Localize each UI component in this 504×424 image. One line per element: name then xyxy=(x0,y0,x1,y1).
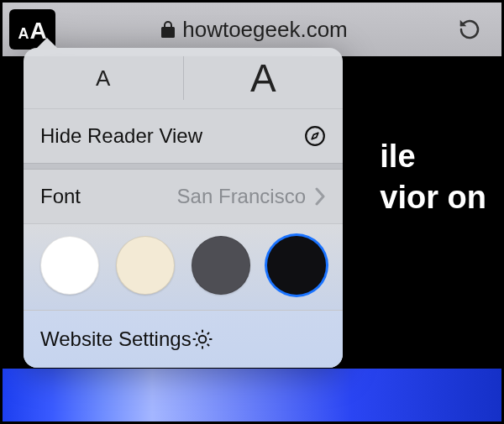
section-divider xyxy=(24,163,343,170)
svg-line-8 xyxy=(207,332,208,334)
aa-small-letter: A xyxy=(18,25,29,43)
article-title-frag1: ile xyxy=(380,136,486,177)
popover-arrow xyxy=(35,38,59,50)
article-title-frag2: vior on xyxy=(380,177,486,218)
gear-icon xyxy=(192,328,213,350)
theme-swatch-sepia[interactable] xyxy=(116,236,175,295)
font-value: San Francisco xyxy=(177,185,306,208)
decrease-text-button[interactable]: A xyxy=(24,48,183,108)
reload-button[interactable] xyxy=(453,13,486,46)
website-settings-label: Website Settings xyxy=(40,327,192,351)
larger-a-icon: A xyxy=(250,55,276,101)
theme-colors-row xyxy=(24,224,343,310)
page-hero-image xyxy=(3,369,501,424)
reader-popover: A A Hide Reader View Font San Francisco xyxy=(24,48,343,368)
chevron-right-icon xyxy=(314,187,326,206)
svg-line-7 xyxy=(207,344,208,346)
url-field[interactable]: howtoegeek.com xyxy=(64,17,444,43)
article-title: ile vior on xyxy=(380,136,486,219)
theme-swatch-gray[interactable] xyxy=(192,236,250,295)
hide-reader-row[interactable]: Hide Reader View xyxy=(24,109,343,163)
theme-swatch-white[interactable] xyxy=(40,236,99,295)
lock-icon xyxy=(160,20,176,39)
website-settings-row[interactable]: Website Settings xyxy=(24,311,343,368)
url-text: howtoegeek.com xyxy=(182,17,348,43)
increase-text-button[interactable]: A xyxy=(184,48,344,108)
reload-icon xyxy=(457,17,482,42)
font-label: Font xyxy=(40,185,81,208)
hide-reader-label: Hide Reader View xyxy=(40,124,202,148)
svg-line-6 xyxy=(196,332,197,334)
theme-swatch-black[interactable] xyxy=(267,236,326,295)
compass-icon xyxy=(304,125,326,147)
font-row[interactable]: Font San Francisco xyxy=(24,170,343,223)
svg-point-1 xyxy=(198,336,206,343)
text-size-row: A A xyxy=(24,48,343,108)
svg-point-0 xyxy=(306,127,324,145)
smaller-a-icon: A xyxy=(96,65,110,92)
svg-line-9 xyxy=(196,344,197,346)
